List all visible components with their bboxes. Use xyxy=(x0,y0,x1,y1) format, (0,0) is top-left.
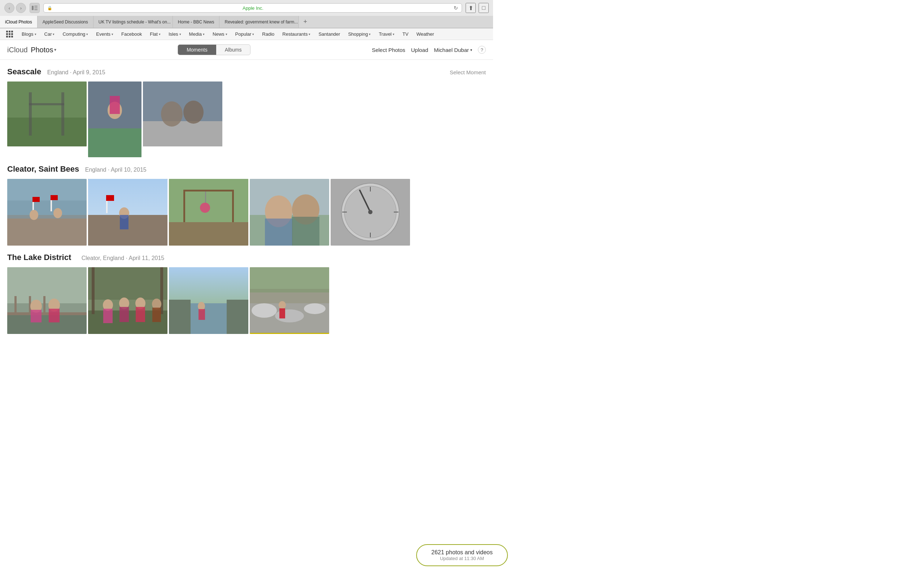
forward-button[interactable]: › xyxy=(16,3,26,13)
albums-tab[interactable]: Albums xyxy=(216,45,250,55)
moments-tab[interactable]: Moments xyxy=(178,45,216,55)
tab-appleseed[interactable]: AppleSeed Discussions xyxy=(37,16,94,28)
svg-rect-79 xyxy=(152,308,161,322)
svg-rect-59 xyxy=(7,312,87,315)
address-bar[interactable]: 🔒 Apple Inc. ↻ xyxy=(43,3,462,13)
svg-point-24 xyxy=(30,210,38,220)
svg-rect-57 xyxy=(7,267,87,303)
svg-rect-77 xyxy=(136,307,145,322)
photo-item[interactable] xyxy=(7,179,87,246)
svg-rect-3 xyxy=(34,10,37,10)
moment-location: The Lake District xyxy=(7,253,71,262)
photo-item[interactable] xyxy=(7,267,87,334)
svg-rect-37 xyxy=(183,190,185,222)
svg-rect-62 xyxy=(43,296,45,314)
svg-point-89 xyxy=(252,303,277,318)
reload-button[interactable]: ↻ xyxy=(454,5,458,11)
menu-item-shopping[interactable]: Shopping ▾ xyxy=(344,29,374,40)
chevron-down-icon: ▾ xyxy=(203,32,205,36)
cleator-photos-grid xyxy=(7,179,486,246)
menu-item-radio[interactable]: Radio xyxy=(258,29,278,40)
menu-item-media[interactable]: Media ▾ xyxy=(186,29,208,40)
svg-rect-10 xyxy=(88,128,142,157)
moment-header-seascale: Seascale England · April 9, 2015 Select … xyxy=(7,67,486,76)
select-moment-button[interactable]: Select Moment xyxy=(450,69,486,76)
svg-rect-5 xyxy=(7,118,87,147)
header-actions: Select Photos Upload Michael Dubar ▾ ? xyxy=(372,46,486,54)
svg-point-15 xyxy=(161,102,183,127)
moment-cleator: Cleator, Saint Bees England · April 10, … xyxy=(7,164,486,246)
photo-item[interactable] xyxy=(7,82,87,147)
menu-item-isles[interactable]: Isles ▾ xyxy=(165,29,185,40)
menu-item-popular[interactable]: Popular ▾ xyxy=(232,29,258,40)
lock-icon: 🔒 xyxy=(47,6,52,10)
svg-rect-64 xyxy=(31,310,42,322)
moment-seascale: Seascale England · April 9, 2015 Select … xyxy=(7,67,486,157)
svg-rect-6 xyxy=(29,92,32,135)
chevron-down-icon: ▾ xyxy=(252,32,254,36)
menu-item-restaurants[interactable]: Restaurants ▾ xyxy=(279,29,314,40)
svg-rect-34 xyxy=(169,222,248,246)
tab-icloud-photos[interactable]: iCloud Photos xyxy=(0,16,37,28)
menu-item-travel[interactable]: Travel ▾ xyxy=(375,29,398,40)
svg-rect-82 xyxy=(169,300,191,334)
photo-item[interactable] xyxy=(169,267,248,334)
menu-item-car[interactable]: Car ▾ xyxy=(41,29,58,40)
chevron-down-icon: ▾ xyxy=(470,48,472,52)
svg-rect-21 xyxy=(32,197,40,202)
moments-albums-toggle: Moments Albums xyxy=(178,44,250,55)
back-button[interactable]: ‹ xyxy=(4,3,15,13)
select-photos-button[interactable]: Select Photos xyxy=(372,47,405,53)
menu-item-news[interactable]: News ▾ xyxy=(209,29,231,40)
tab-revealed[interactable]: Revealed: government knew of farm... xyxy=(220,16,299,28)
svg-rect-83 xyxy=(227,300,248,334)
tab-uk-tv[interactable]: UK TV listings schedule - What's on... xyxy=(94,16,173,28)
moment-location: Cleator, Saint Bees xyxy=(7,164,79,174)
share-button[interactable]: ⬆ xyxy=(465,3,476,13)
tab-bbc-news[interactable]: Home - BBC News xyxy=(173,16,220,28)
chevron-down-icon: ▾ xyxy=(35,32,36,36)
svg-rect-35 xyxy=(169,179,248,222)
tab-overview-button[interactable]: □ xyxy=(478,3,489,13)
photo-item[interactable] xyxy=(331,179,410,246)
menu-item-tv[interactable]: TV xyxy=(399,29,412,40)
photo-item[interactable] xyxy=(88,82,142,157)
chevron-down-icon: ▾ xyxy=(159,32,161,36)
menu-item-blogs[interactable]: Blogs ▾ xyxy=(18,29,40,40)
chevron-down-icon: ▾ xyxy=(179,32,181,36)
svg-rect-85 xyxy=(199,309,205,320)
svg-rect-94 xyxy=(250,267,329,292)
chevron-down-icon: ▾ xyxy=(86,32,88,36)
moment-date: England · April 9, 2015 xyxy=(47,69,105,76)
photo-item[interactable] xyxy=(169,179,248,246)
photo-item[interactable] xyxy=(88,267,168,334)
sidebar-toggle-button[interactable] xyxy=(30,3,40,13)
menu-item-computing[interactable]: Computing ▾ xyxy=(59,29,92,40)
menu-item-weather[interactable]: Weather xyxy=(413,29,438,40)
icloud-logo-area[interactable]: iCloud Photos ▾ xyxy=(7,46,56,54)
svg-rect-32 xyxy=(120,215,129,229)
menu-item-flat[interactable]: Flat ▾ xyxy=(146,29,164,40)
apps-grid-icon[interactable] xyxy=(4,29,15,39)
upload-button[interactable]: Upload xyxy=(411,47,428,53)
photo-item[interactable] xyxy=(250,267,329,334)
new-tab-button[interactable]: + xyxy=(299,16,312,28)
menu-item-santander[interactable]: Santander xyxy=(315,29,344,40)
svg-rect-23 xyxy=(50,195,58,200)
svg-rect-18 xyxy=(7,215,87,246)
browser-actions: ⬆ □ xyxy=(465,3,489,13)
svg-point-40 xyxy=(200,203,210,213)
menu-item-events[interactable]: Events ▾ xyxy=(92,29,117,40)
svg-rect-7 xyxy=(61,92,64,135)
user-menu-button[interactable]: Michael Dubar ▾ xyxy=(434,47,472,53)
svg-rect-70 xyxy=(92,267,95,314)
help-button[interactable]: ? xyxy=(478,46,486,54)
moment-header-lake-district: The Lake District Cleator, England · Apr… xyxy=(7,253,486,262)
svg-rect-12 xyxy=(110,96,120,114)
svg-rect-36 xyxy=(183,190,234,192)
photo-item[interactable] xyxy=(250,179,329,246)
photo-item[interactable] xyxy=(143,82,222,147)
photo-item[interactable] xyxy=(88,179,168,246)
svg-rect-2 xyxy=(34,8,37,8)
menu-item-facebook[interactable]: Facebook xyxy=(118,29,145,40)
